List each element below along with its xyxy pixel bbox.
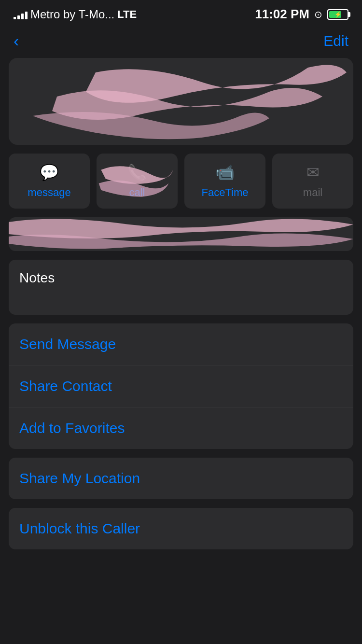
status-right: 11:02 PM ⊙ ⚡ — [255, 7, 348, 22]
mail-icon: ✉ — [306, 163, 320, 182]
facetime-label: FaceTime — [202, 186, 249, 199]
message-button[interactable]: 💬 message — [9, 154, 90, 209]
add-to-favorites-button[interactable]: Add to Favorites — [9, 407, 353, 449]
send-message-button[interactable]: Send Message — [9, 323, 353, 365]
notes-section: Notes — [9, 260, 353, 315]
share-contact-button[interactable]: Share Contact — [9, 365, 353, 407]
share-location-button[interactable]: Share My Location — [9, 458, 353, 499]
call-icon: 📞 — [127, 163, 147, 182]
phone-field — [9, 217, 353, 251]
action-card-main: Send Message Share Contact Add to Favori… — [9, 323, 353, 449]
nav-bar: ‹ Edit — [0, 27, 362, 58]
mail-button[interactable]: ✉ mail — [272, 154, 353, 209]
action-buttons-row: 💬 message 📞 call 📹 FaceTime ✉ mail — [0, 154, 362, 217]
unblock-caller-button[interactable]: Unblock this Caller — [9, 508, 353, 549]
battery-icon: ⚡ — [327, 9, 348, 20]
charging-bolt-icon: ⚡ — [334, 11, 342, 18]
battery-container: ⚡ — [327, 9, 348, 20]
edit-button[interactable]: Edit — [323, 33, 348, 49]
facetime-button[interactable]: 📹 FaceTime — [184, 154, 265, 209]
network-type: LTE — [117, 8, 137, 21]
notes-label: Notes — [19, 270, 55, 285]
lock-icon: ⊙ — [314, 9, 322, 20]
scribble-overlay — [9, 58, 353, 145]
status-time: 11:02 PM — [255, 7, 309, 22]
status-left: Metro by T-Mo... LTE — [14, 8, 137, 21]
message-label: message — [28, 186, 70, 199]
facetime-icon: 📹 — [215, 163, 235, 182]
carrier-text: Metro by T-Mo... — [30, 8, 114, 21]
signal-bars — [14, 10, 28, 19]
message-icon: 💬 — [40, 163, 59, 182]
back-button[interactable]: ‹ — [14, 31, 19, 50]
phone-scribble-overlay — [9, 217, 353, 251]
call-label: call — [129, 186, 145, 199]
status-bar: Metro by T-Mo... LTE 11:02 PM ⊙ ⚡ — [0, 0, 362, 27]
contact-header — [9, 58, 353, 145]
call-button[interactable]: 📞 call — [97, 154, 178, 209]
mail-label: mail — [303, 186, 322, 199]
